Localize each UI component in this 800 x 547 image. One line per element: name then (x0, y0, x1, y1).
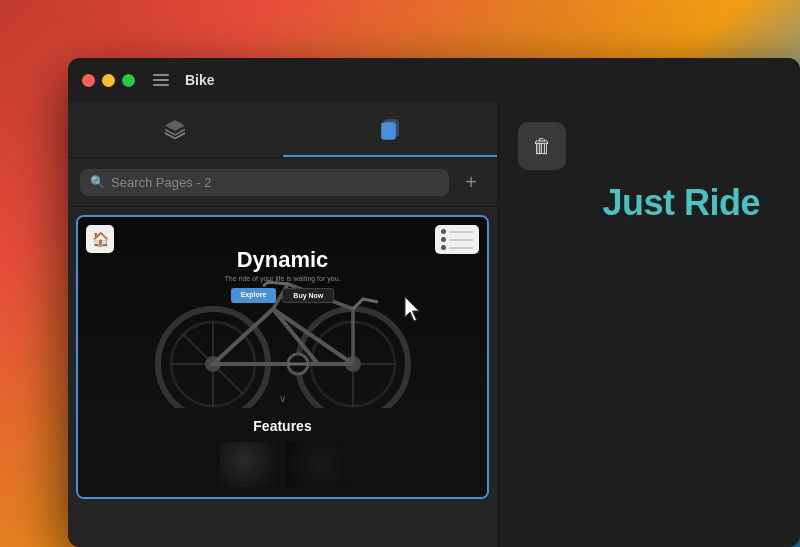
svg-line-9 (183, 334, 208, 359)
menu-dot-row (441, 229, 473, 234)
home-icon-badge: 🏠 (86, 225, 114, 253)
feature-image-1 (220, 442, 280, 487)
hamburger-line (153, 79, 169, 81)
feature-image-2 (286, 442, 346, 487)
hero-subtitle: The ride of your life is waiting for you… (225, 275, 341, 282)
search-input[interactable] (111, 175, 439, 190)
app-window: Bike (68, 58, 800, 547)
menu-line (449, 231, 473, 233)
right-panel: 🗑 Just Ride (498, 102, 800, 547)
svg-rect-1 (382, 123, 395, 139)
pages-icon (377, 116, 403, 142)
search-bar-area: 🔍 + (68, 158, 497, 207)
features-section: Features (78, 408, 487, 497)
hamburger-menu-icon[interactable] (153, 74, 169, 86)
home-icon: 🏠 (92, 231, 109, 247)
menu-dot (441, 229, 446, 234)
bike-site-hero: Dynamic The ride of your life is waiting… (78, 217, 487, 408)
menu-line (449, 247, 473, 249)
hero-title: Dynamic (225, 247, 341, 273)
page-thumbnail: Dynamic The ride of your life is waiting… (78, 217, 487, 497)
layers-icon (162, 116, 188, 142)
maximize-button[interactable] (122, 74, 135, 87)
close-button[interactable] (82, 74, 95, 87)
menu-dot (441, 245, 446, 250)
minimize-button[interactable] (102, 74, 115, 87)
menu-dot-row (441, 237, 473, 242)
hamburger-line (153, 74, 169, 76)
menu-dot-row (441, 245, 473, 250)
window-title: Bike (185, 72, 215, 88)
trash-icon: 🗑 (532, 135, 552, 158)
title-bar: Bike (68, 58, 800, 102)
search-icon: 🔍 (90, 175, 105, 189)
menu-dot (441, 237, 446, 242)
traffic-lights (82, 74, 135, 87)
delete-page-button[interactable]: 🗑 (518, 122, 566, 170)
page-title: Just Ride (602, 182, 760, 224)
page-card[interactable]: 🏠 (76, 215, 489, 499)
tab-layers[interactable] (68, 102, 283, 157)
hero-text: Dynamic The ride of your life is waiting… (225, 247, 341, 303)
add-page-button[interactable]: + (457, 168, 485, 196)
features-title: Features (88, 418, 477, 434)
tab-pages[interactable] (283, 102, 498, 157)
buy-button: Buy Now (282, 288, 334, 303)
page-card-menu[interactable] (435, 225, 479, 254)
toolbar-tabs (68, 102, 497, 158)
main-content: 🔍 + 🏠 (68, 102, 800, 547)
sidebar: 🔍 + 🏠 (68, 102, 498, 547)
pages-list[interactable]: 🏠 (68, 207, 497, 547)
hamburger-line (153, 84, 169, 86)
svg-line-10 (218, 369, 243, 394)
hero-buttons: Explore Buy Now (225, 288, 341, 303)
menu-line (449, 239, 473, 241)
search-input-wrapper[interactable]: 🔍 (80, 169, 449, 196)
explore-button: Explore (231, 288, 277, 303)
features-grid (88, 442, 477, 487)
bike-site-mockup: Dynamic The ride of your life is waiting… (78, 217, 487, 497)
